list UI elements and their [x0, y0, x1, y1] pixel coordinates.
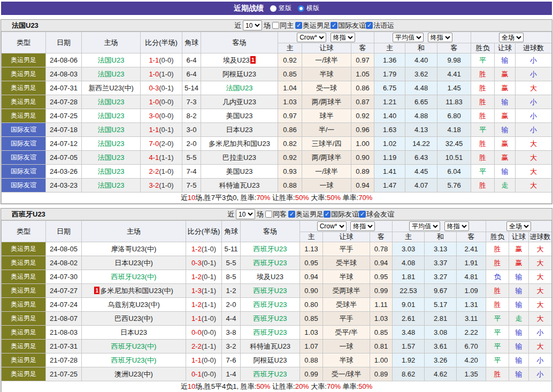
match-row: 奥运男足 24-07-24 乌兹别克U23(中) 1-2(1-1) 2-0 西班… [2, 298, 552, 312]
full-score: 7-0 [149, 140, 159, 148]
section-header: 西班牙U23 近 10 场 同客 ✓奥运男足✓国际友谊✓球会友谊 [1, 209, 552, 220]
match-date: 24-08-06 [46, 53, 82, 67]
filter-checkbox[interactable]: ✓奥运男足 [295, 21, 331, 30]
vertical-layout-radio[interactable]: 竖版 [270, 4, 291, 13]
same-venue-checkbox[interactable]: 同客 [265, 210, 287, 219]
same-venue-label: 同客 [273, 210, 287, 219]
full-score: 1-1 [149, 126, 159, 134]
home-odds: 0.85 [300, 312, 323, 326]
checkbox-icon[interactable]: ✓ [288, 211, 295, 218]
away-team-name: 西班牙U23 [254, 328, 287, 336]
score-cell: 1-1(0-0) [186, 353, 222, 367]
match-type-badge: 奥运男足 [2, 312, 46, 326]
handicap: 一球 [302, 179, 351, 193]
handicap: 一/球半 [302, 53, 351, 67]
away-team-cell: 埃及U23 [241, 270, 300, 284]
fulltime-select[interactable]: 全场 [499, 33, 524, 42]
full-score: 1-2 [191, 273, 202, 281]
avg-draw-odds: 4.07 [405, 179, 437, 193]
avg-source-select[interactable]: 平均值 [409, 221, 440, 231]
checkbox-icon[interactable]: ✓ [366, 22, 373, 29]
score-cell: 1-2(1-0) [186, 242, 222, 256]
checkbox-icon[interactable]: ✓ [359, 211, 366, 218]
avg-final-select[interactable]: 终指 [444, 221, 469, 231]
full-score: 1-0 [149, 98, 159, 106]
col-header-avg-draw: 和 [405, 43, 437, 53]
half-score: (1-1) [202, 342, 216, 350]
avg-home-odds: 1.47 [374, 179, 405, 193]
away-team-cell: 法国U23 [201, 81, 278, 95]
half-score: (0-0) [159, 112, 173, 120]
odds-source-select[interactable]: Crow* [297, 33, 326, 42]
radio-icon[interactable] [298, 5, 304, 12]
filter-checkbox[interactable]: ✓国际友谊 [324, 210, 359, 219]
away-odds: 0.87 [351, 95, 374, 109]
topbar: 近期战绩 竖版 横版 [1, 2, 552, 15]
handicap: 受球半 [323, 298, 370, 312]
filter-checkbox[interactable]: ✓奥运男足 [288, 210, 324, 219]
avg-away-odds: 1.31 [457, 298, 486, 312]
same-venue-checkbox[interactable]: 同主 [272, 21, 294, 30]
checkbox-icon[interactable] [265, 211, 272, 218]
away-team-name: 科特迪瓦U23 [250, 342, 290, 350]
filter-checkbox[interactable]: ✓国际友谊 [331, 21, 366, 30]
match-row: 奥运男足 24-07-31 新西兰U23(中) 0-3(0-1) 5-14 法国… [2, 81, 552, 95]
odds-final-select[interactable]: 终指 [331, 33, 355, 42]
match-date: 21-07-28 [46, 353, 82, 367]
filter-checkbox[interactable]: ✓法语运 [366, 21, 394, 30]
match-date: 24-03-23 [46, 179, 82, 193]
away-team-name: 西班牙U23 [254, 314, 287, 322]
avg-final-select[interactable]: 终指 [428, 33, 452, 42]
goals-result-cell: 小 [516, 95, 552, 109]
away-odds: 1.00 [351, 137, 374, 151]
checkbox-icon[interactable]: ✓ [324, 211, 331, 218]
avg-away-odds: 1.91 [457, 256, 486, 270]
result-cell: 平 [471, 165, 495, 179]
home-team-name: 法国U23 [98, 70, 125, 78]
result-cell: 胜 [471, 95, 495, 109]
away-team-name: 埃及U23 [257, 273, 283, 281]
match-date: 24-08-05 [46, 242, 82, 256]
summary-segment: 10 [188, 382, 195, 390]
home-team-name: 日本U23 [120, 328, 147, 336]
half-score: (1-0) [159, 70, 173, 78]
goals-result-cell: 大 [516, 137, 552, 151]
away-team-cell: 西班牙U23 [241, 367, 300, 381]
avg-away-odds: 4.18 [437, 123, 471, 137]
recent-count-select[interactable]: 10 [236, 209, 255, 219]
col-header-handicap: 让球 [302, 43, 351, 53]
odds-source-select[interactable]: Crow* [317, 221, 347, 231]
checkbox-icon[interactable]: ✓ [331, 22, 337, 29]
checkbox-icon[interactable]: ✓ [295, 22, 302, 29]
avg-draw-odds: 4.45 [405, 165, 437, 179]
match-type-badge: 国际友谊 [2, 137, 46, 151]
recent-count-select[interactable]: 10 [243, 20, 262, 30]
avg-home-odds: 1.63 [374, 123, 405, 137]
summary-segment: 大率: [309, 194, 327, 202]
away-team-name: 巴拉圭U23 [222, 153, 256, 162]
fulltime-select[interactable]: 全场 [506, 221, 531, 231]
handicap-result-cell: 赢 [509, 242, 529, 256]
half-score: (0-1) [202, 259, 216, 267]
odds-final-select[interactable]: 终指 [350, 221, 375, 231]
avg-home-odds: 1.92 [393, 353, 425, 367]
checkbox-icon[interactable] [272, 22, 279, 29]
away-odds: 0.81 [370, 340, 393, 353]
horizontal-layout-radio[interactable]: 横版 [298, 4, 319, 13]
match-row: 奥运男足 24-07-25 法国U23 3-0(0-0) 8-2 美国U23 0… [2, 109, 552, 123]
away-team-name: 科特迪瓦U23 [219, 181, 260, 189]
avg-source-select[interactable]: 平均值 [393, 33, 424, 42]
filter-checkbox[interactable]: ✓球会友谊 [359, 210, 394, 219]
match-type-badge: 奥运男足 [2, 340, 46, 353]
goals-result-cell: 小 [529, 353, 552, 367]
result-cell: 胜 [471, 109, 495, 123]
match-type-filters: ✓奥运男足✓国际友谊✓法语运 [295, 21, 394, 30]
away-odds: 0.94 [351, 179, 374, 193]
home-team-name: 摩洛哥U23(中) [111, 245, 157, 253]
match-date: 21-07-31 [46, 340, 82, 353]
radio-icon[interactable] [270, 5, 276, 12]
col-header-date: 日期 [46, 32, 82, 53]
goals-result-cell: 大 [529, 312, 552, 326]
half-score: (1-0) [159, 181, 173, 189]
handicap-result-cell: 走 [509, 312, 529, 326]
